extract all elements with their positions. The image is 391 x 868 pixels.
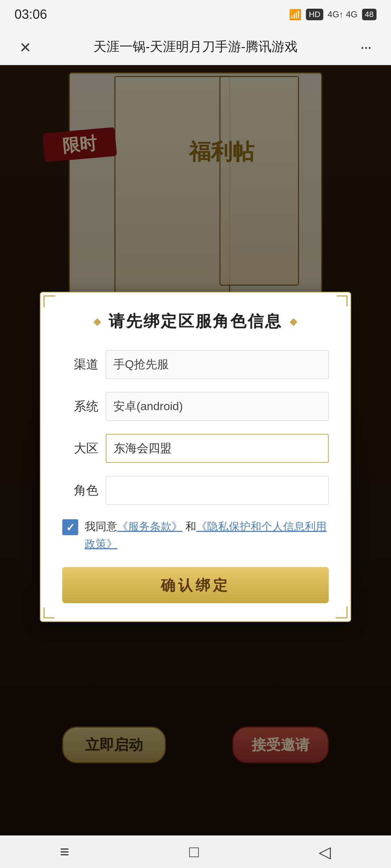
battery-badge: 48	[362, 9, 377, 20]
signal-icon: 4G↑ 4G	[328, 9, 358, 20]
game-background: 限时 福利帖 立即启动 接受邀请 ◆ 请先绑定区服角色信息 ◆ 渠道 系统	[0, 65, 391, 835]
nav-bar: × 天涯一锅-天涯明月刀手游-腾讯游戏 ···	[0, 29, 391, 65]
confirm-button[interactable]: 确认绑定	[62, 567, 329, 603]
label-system: 系统	[62, 398, 98, 415]
input-region[interactable]	[106, 434, 329, 463]
menu-button[interactable]: ≡	[60, 843, 70, 861]
corner-top-right	[337, 295, 348, 306]
checkmark-icon: ✓	[66, 521, 75, 533]
agreement-prefix: 我同意	[85, 520, 117, 532]
diamond-right-icon: ◆	[290, 315, 298, 327]
input-channel[interactable]	[106, 350, 329, 379]
agreement-row: ✓ 我同意《服务条款》 和《隐私保护和个人信息利用政策》	[62, 518, 329, 553]
bottom-nav: ≡ □ ◁	[0, 835, 391, 868]
field-region: 大区	[62, 434, 329, 463]
status-bar: 03:06 📶 HD 4G↑ 4G 48	[0, 0, 391, 29]
binding-dialog: ◆ 请先绑定区服角色信息 ◆ 渠道 系统 大区 角色 ✓	[40, 292, 351, 622]
input-role[interactable]	[106, 476, 329, 505]
field-role: 角色	[62, 476, 329, 505]
agreement-checkbox[interactable]: ✓	[62, 519, 78, 535]
home-button[interactable]: □	[189, 843, 199, 861]
more-button[interactable]: ···	[351, 38, 380, 56]
status-icons: 📶 HD 4G↑ 4G 48	[289, 9, 377, 21]
close-button[interactable]: ×	[11, 36, 40, 58]
hd-badge: HD	[306, 9, 323, 20]
agreement-and: 和	[182, 520, 196, 532]
checkbox-wrapper: ✓	[62, 519, 78, 535]
label-channel: 渠道	[62, 356, 98, 373]
dialog-title: 请先绑定区服角色信息	[109, 311, 282, 332]
wifi-icon: 📶	[289, 9, 302, 21]
label-role: 角色	[62, 482, 98, 499]
back-button[interactable]: ◁	[319, 843, 331, 861]
field-channel: 渠道	[62, 350, 329, 379]
diamond-left-icon: ◆	[93, 315, 101, 327]
agreement-text: 我同意《服务条款》 和《隐私保护和个人信息利用政策》	[85, 518, 329, 553]
terms-link[interactable]: 《服务条款》	[117, 520, 182, 532]
status-time: 03:06	[14, 7, 47, 22]
input-system[interactable]	[106, 392, 329, 421]
corner-bottom-left	[43, 608, 54, 618]
label-region: 大区	[62, 440, 98, 457]
page-title: 天涯一锅-天涯明月刀手游-腾讯游戏	[40, 38, 351, 56]
dialog-title-row: ◆ 请先绑定区服角色信息 ◆	[62, 311, 329, 332]
field-system: 系统	[62, 392, 329, 421]
